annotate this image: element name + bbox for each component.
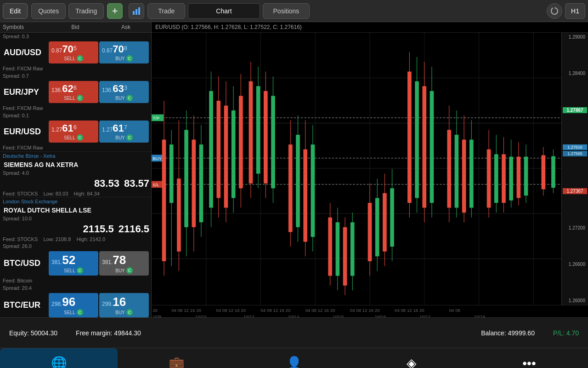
svg-text:04 08 12 16 20: 04 08 12 16 20 <box>171 308 201 313</box>
svg-rect-90 <box>455 135 459 208</box>
eur-usd-buy-button[interactable]: 1.27617 BUY C <box>99 121 149 143</box>
lse-section: London Stock Exchange <box>0 197 151 206</box>
aud-usd-spread: Spread: 0.3 <box>0 33 151 40</box>
btc-usd-row: BTC/USD 381.52 SELL C 381.78 BUY C <box>0 250 151 277</box>
svg-text:10/16: 10/16 <box>375 315 386 317</box>
chart-tab[interactable]: Chart <box>188 3 260 19</box>
y-label-3: 1.27200 <box>563 225 587 230</box>
timeframe-button[interactable]: H1 <box>565 3 585 19</box>
buy-label: BUY C <box>102 55 146 62</box>
y-label-5: 1.26000 <box>563 298 587 303</box>
rdsa-row: ROYAL DUTCH SHELLA LSE <box>0 206 151 215</box>
trading-tab[interactable]: Trading <box>68 3 104 19</box>
nav-portfolio[interactable]: 💼 Portfolio <box>118 348 235 368</box>
svg-rect-106 <box>524 157 528 196</box>
svg-rect-56 <box>288 144 293 232</box>
rdsa-meta: Feed: STOCKS Low: 2108.8 High: 2142.0 <box>0 236 151 242</box>
positions-button[interactable]: Positions <box>263 3 310 19</box>
svg-rect-78 <box>390 188 394 247</box>
eur-usd-feed: Feed: FXCM Raw <box>0 144 151 151</box>
btc-usd-sell-button[interactable]: 381.52 SELL C <box>49 251 98 276</box>
trade-button[interactable]: Trade <box>147 3 185 19</box>
rdsa-low: Low: 2108.8 <box>43 236 71 242</box>
edit-button[interactable]: Edit <box>3 3 28 19</box>
svg-rect-108 <box>542 155 546 189</box>
svg-rect-76 <box>383 193 387 252</box>
rdsa-bid: 2115.5 <box>83 223 113 235</box>
btc-eur-row: BTC/EUR 298.96 SELL C 299.16 BUY C <box>0 292 151 317</box>
quotes-icon: 🌐 <box>51 356 67 368</box>
svg-rect-82 <box>415 81 419 198</box>
eur-usd-row: EUR/USD 1.27616 SELL C 1.27617 BUY C <box>0 119 151 144</box>
ask-header: Ask <box>101 24 151 30</box>
siemens-name: SIEMENS AG NA XETRA <box>2 161 149 168</box>
svg-text:BUY: BUY <box>153 156 162 161</box>
top-bar: Edit Quotes Trading + Trade Chart Positi… <box>0 0 588 22</box>
siemens-feed: Feed: STOCKS <box>3 191 38 196</box>
svg-text:04 08 12 16 20: 04 08 12 16 20 <box>350 308 380 313</box>
siemens-high: High: 84.34 <box>74 191 100 196</box>
svg-rect-52 <box>264 91 268 184</box>
quotes-tab[interactable]: Quotes <box>31 3 66 19</box>
svg-text:10/17: 10/17 <box>419 315 430 317</box>
svg-text:10/9: 10/9 <box>153 315 161 317</box>
svg-rect-62 <box>311 144 315 237</box>
nav-more[interactable]: ••• More <box>470 348 588 368</box>
chart-canvas[interactable]: T/P BUY S/L <box>152 33 588 305</box>
info-bar: Equity: 50004.30 Free margin: 49844.30 B… <box>0 317 588 348</box>
svg-rect-54 <box>271 96 275 188</box>
y-label-4: 1.26600 <box>563 262 587 267</box>
aud-usd-sell-button[interactable]: 0.87705 SELL C <box>49 41 98 63</box>
siemens-ask: 83.57 <box>124 178 149 190</box>
candlestick-chart: T/P BUY S/L <box>152 33 588 305</box>
svg-rect-104 <box>517 157 521 198</box>
svg-rect-26 <box>162 140 166 261</box>
nav-brokers[interactable]: 👤 Brokers <box>235 348 353 368</box>
svg-text:04 08: 04 08 <box>449 308 460 313</box>
svg-rect-72 <box>368 203 372 261</box>
svg-text:20: 20 <box>153 308 158 313</box>
eur-jpy-name: EUR/JPY <box>2 87 48 97</box>
buy-price-label: 1.27616 <box>563 144 587 150</box>
refresh-button[interactable] <box>547 3 562 19</box>
siemens-row: SIEMENS AG NA XETRA <box>0 160 151 169</box>
siemens-spread: Spread: 4.0 <box>0 169 151 177</box>
info-equity: Equity: 50004.30 <box>9 329 57 337</box>
sl-price-label: 1.27367 <box>563 188 587 194</box>
svg-rect-30 <box>177 178 181 252</box>
svg-rect-74 <box>375 198 379 256</box>
bid-header: Bid <box>50 24 101 30</box>
left-panel: Symbols Bid Ask Spread: 0.3 AUD/USD 0.87… <box>0 22 152 317</box>
sell-label: SELL C <box>51 55 96 62</box>
svg-text:10/15: 10/15 <box>333 315 344 317</box>
eur-usd-name: EUR/USD <box>2 127 48 137</box>
eur-usd-sell-button[interactable]: 1.27616 SELL C <box>49 121 98 143</box>
svg-rect-38 <box>209 91 213 208</box>
eur-jpy-feed: Feed: FXCM Raw <box>0 104 151 112</box>
more-icon: ••• <box>522 356 536 368</box>
aud-usd-sell-wrap: 0.87705 SELL C <box>49 41 98 63</box>
svg-text:10/10: 10/10 <box>195 315 206 317</box>
eur-jpy-sell-button[interactable]: 136.626 SELL C <box>49 81 98 103</box>
eur-jpy-buy-button[interactable]: 136.633 BUY C <box>99 81 149 103</box>
svg-text:10/12: 10/12 <box>243 315 254 317</box>
btc-eur-sell-button[interactable]: 298.96 SELL C <box>49 293 98 317</box>
nav-quotes[interactable]: 🌐 Quotes <box>0 348 118 368</box>
svg-rect-50 <box>256 86 260 173</box>
aud-usd-buy-button[interactable]: 0.87708 BUY C <box>99 41 149 63</box>
svg-rect-48 <box>249 81 253 184</box>
svg-rect-84 <box>422 86 426 207</box>
chart-icon-button[interactable] <box>129 3 144 19</box>
aud-usd-buy-wrap: 0.87708 BUY C <box>99 41 149 63</box>
y-axis: 1.29000 1.28400 1.27867 1.27616 1.27565 … <box>561 33 588 305</box>
add-button[interactable]: + <box>107 3 123 19</box>
y-label-2: 1.28400 <box>563 71 587 76</box>
svg-rect-36 <box>199 144 204 222</box>
btc-usd-buy-button[interactable]: 381.78 BUY C <box>99 251 149 276</box>
svg-text:T/P: T/P <box>153 115 159 121</box>
nav-binary[interactable]: ◈ Binary <box>353 348 470 368</box>
btc-eur-buy-button[interactable]: 299.16 BUY C <box>99 293 149 317</box>
symbol-header: Symbols <box>0 24 50 30</box>
svg-rect-44 <box>232 110 236 198</box>
btc-eur-spread: Spread: 20.4 <box>0 284 151 292</box>
